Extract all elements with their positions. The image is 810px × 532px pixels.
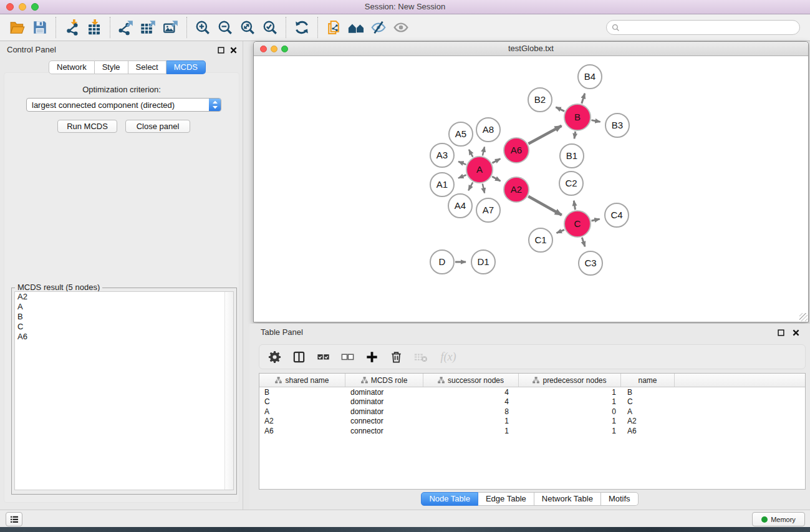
table-cell[interactable]: connector: [345, 417, 423, 425]
table-row[interactable]: A6connector11A6: [259, 426, 805, 436]
table-cell[interactable]: 1: [519, 427, 621, 435]
home-button[interactable]: [345, 16, 367, 39]
network-graph[interactable]: AA1A2A3A4A5A6A7A8BB1B2B3B4CC1C2C3C4DD1: [254, 56, 808, 322]
column-header-shared-name[interactable]: shared name: [259, 374, 345, 387]
mcds-result-list[interactable]: A2ABCA6: [14, 291, 234, 490]
table-settings-button[interactable]: [267, 349, 282, 364]
table-cell[interactable]: dominator: [345, 397, 423, 406]
memory-button[interactable]: Memory: [752, 512, 805, 526]
tab-mcds[interactable]: MCDS: [166, 60, 206, 74]
edge-B-B4[interactable]: [582, 94, 585, 104]
column-header-successor-nodes[interactable]: successor nodes: [423, 374, 519, 387]
column-header-name[interactable]: name: [621, 374, 675, 387]
node-C4[interactable]: C4: [605, 203, 629, 227]
node-C3[interactable]: C3: [579, 251, 602, 275]
maximize-traffic-light[interactable]: [31, 3, 39, 11]
edge-B-B1[interactable]: [574, 132, 576, 139]
mcds-result-item[interactable]: B: [15, 312, 233, 322]
node-A2[interactable]: A2: [504, 177, 529, 202]
table-cell[interactable]: 1: [423, 417, 519, 425]
node-A1[interactable]: A1: [430, 173, 454, 196]
table-cell[interactable]: 0: [519, 407, 621, 416]
create-column-button[interactable]: [364, 349, 379, 364]
maximize-traffic-light[interactable]: [281, 46, 288, 52]
edge-A-A8[interactable]: [483, 147, 485, 155]
tab-motifs[interactable]: Motifs: [601, 492, 639, 506]
edge-A-A4[interactable]: [468, 182, 473, 190]
delete-columns-button[interactable]: [388, 349, 403, 364]
node-D1[interactable]: D1: [471, 250, 495, 274]
minimize-traffic-light[interactable]: [271, 46, 277, 52]
tab-edge-table[interactable]: Edge Table: [478, 492, 534, 506]
select-all-rows-button[interactable]: [316, 349, 330, 364]
tab-network-table[interactable]: Network Table: [534, 492, 601, 506]
zoom-selected-button[interactable]: [259, 16, 281, 39]
table-cell[interactable]: 4: [423, 397, 519, 406]
run-mcds-button[interactable]: Run MCDS: [57, 120, 117, 133]
deselect-all-rows-button[interactable]: [340, 349, 355, 364]
edge-A-A3[interactable]: [458, 162, 466, 165]
toggle-columns-button[interactable]: [291, 349, 306, 364]
table-cell[interactable]: A6: [259, 427, 345, 435]
clone-network-button[interactable]: [322, 16, 345, 39]
refresh-button[interactable]: [291, 16, 313, 39]
tab-network[interactable]: Network: [49, 60, 95, 74]
show-panels-button[interactable]: [390, 16, 412, 39]
mcds-result-item[interactable]: C: [15, 322, 233, 332]
edge-C-C3[interactable]: [582, 238, 585, 247]
export-network-button[interactable]: [115, 16, 137, 39]
resize-grip[interactable]: [799, 313, 808, 321]
network-window-titlebar[interactable]: testGlobe.txt: [254, 42, 808, 56]
close-panel-icon[interactable]: [229, 46, 238, 54]
edge-A-A7[interactable]: [483, 184, 485, 193]
scrollbar[interactable]: [224, 292, 233, 490]
show-panels-list-button[interactable]: [6, 512, 22, 526]
node-D[interactable]: D: [430, 250, 454, 274]
node-A[interactable]: A: [466, 157, 493, 183]
table-cell[interactable]: 1: [423, 427, 519, 435]
node-C2[interactable]: C2: [559, 172, 583, 195]
edge-A2-C[interactable]: [528, 196, 562, 215]
node-A4[interactable]: A4: [448, 194, 472, 218]
table-cell[interactable]: A: [259, 407, 345, 416]
node-B2[interactable]: B2: [528, 88, 552, 112]
table-cell[interactable]: A2: [259, 417, 345, 425]
import-table-button[interactable]: [83, 16, 105, 39]
table-cell[interactable]: dominator: [345, 388, 423, 397]
node-C[interactable]: C: [564, 211, 591, 237]
table-cell[interactable]: 8: [423, 407, 519, 416]
import-network-button[interactable]: [60, 16, 83, 39]
column-header-MCDS-role[interactable]: MCDS role: [345, 374, 423, 387]
tab-select[interactable]: Select: [128, 60, 166, 74]
tab-style[interactable]: Style: [95, 60, 128, 74]
table-cell[interactable]: 1: [519, 417, 621, 425]
table-cell[interactable]: B: [621, 388, 675, 397]
table-cell[interactable]: A: [621, 407, 675, 416]
hide-panels-button[interactable]: [367, 16, 390, 39]
node-A7[interactable]: A7: [476, 198, 500, 222]
table-cell[interactable]: A6: [621, 427, 675, 435]
search-input[interactable]: [623, 22, 794, 32]
edge-A-A5[interactable]: [469, 150, 473, 157]
mcds-result-item[interactable]: A: [15, 302, 233, 312]
node-A6[interactable]: A6: [504, 138, 529, 163]
table-cell[interactable]: B: [259, 388, 345, 397]
table-cell[interactable]: dominator: [345, 407, 423, 416]
zoom-fit-button[interactable]: [236, 16, 259, 39]
edge-A6-B[interactable]: [528, 126, 561, 144]
edge-A-A2[interactable]: [492, 177, 500, 181]
table-cell[interactable]: A2: [621, 417, 675, 425]
zoom-in-button[interactable]: [191, 16, 214, 39]
node-A8[interactable]: A8: [476, 118, 500, 142]
table-cell[interactable]: connector: [345, 427, 423, 435]
mcds-result-item[interactable]: A6: [15, 332, 233, 342]
float-panel-icon[interactable]: [776, 328, 785, 337]
network-canvas[interactable]: AA1A2A3A4A5A6A7A8BB1B2B3B4CC1C2C3C4DD1: [254, 56, 808, 322]
table-row[interactable]: Adominator80A: [259, 407, 805, 417]
close-panel-button[interactable]: Close panel: [125, 120, 190, 133]
table-row[interactable]: A2connector11A2: [259, 417, 805, 427]
edge-B-B3[interactable]: [592, 120, 600, 122]
zoom-out-button[interactable]: [214, 16, 236, 39]
minimize-traffic-light[interactable]: [19, 3, 26, 11]
table-cell[interactable]: 1: [519, 397, 621, 406]
